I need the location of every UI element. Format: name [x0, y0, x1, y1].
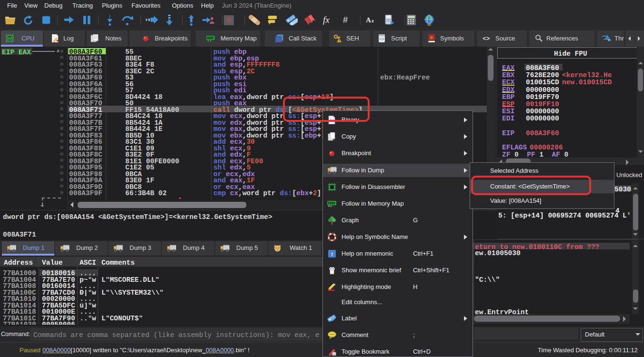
svg-text:!: ! [339, 39, 340, 43]
svg-text:#: # [343, 15, 348, 25]
svg-text:?: ? [331, 251, 333, 257]
svg-text:S: S [227, 16, 231, 24]
svg-text:A: A [366, 16, 371, 24]
svg-text:z: z [372, 18, 374, 23]
svg-text:n: n [333, 353, 335, 356]
svg-text:<>: <> [379, 37, 384, 42]
svg-text:32: 32 [8, 37, 12, 40]
svg-text:fx: fx [323, 15, 330, 25]
svg-text:<>: <> [483, 35, 490, 41]
